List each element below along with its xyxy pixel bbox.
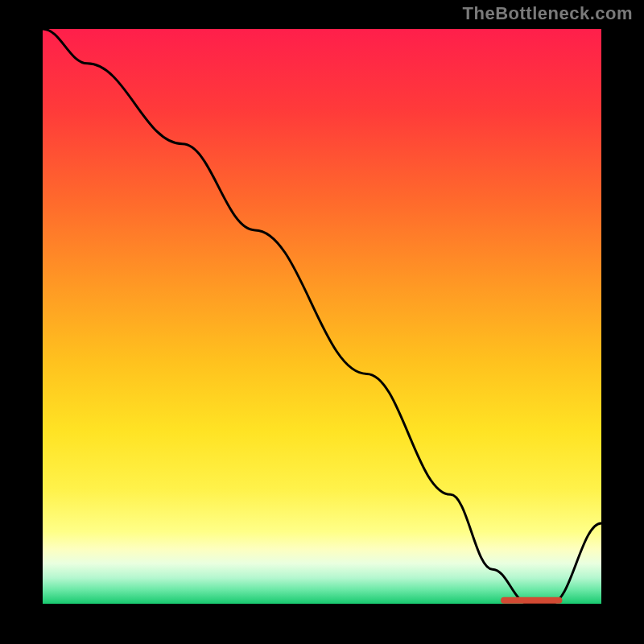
attribution-text: TheBottleneck.com <box>463 3 633 24</box>
plot-area <box>40 27 604 606</box>
gradient-background <box>43 29 601 604</box>
chart-container: TheBottleneck.com <box>0 0 644 644</box>
optimal-range-marker <box>501 597 562 604</box>
chart-svg <box>43 29 601 604</box>
